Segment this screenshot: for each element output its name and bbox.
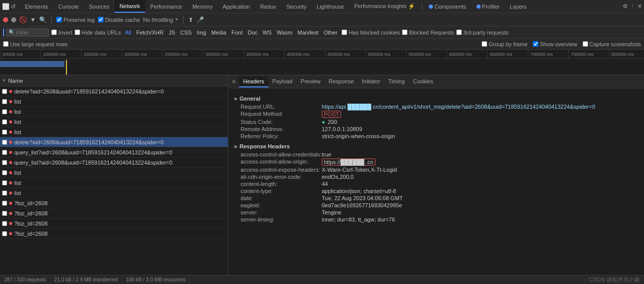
tab-console[interactable]: Console <box>53 0 84 13</box>
request-item-checkbox[interactable] <box>2 160 7 165</box>
request-item-checkbox[interactable] <box>2 231 7 236</box>
tab-lighthouse[interactable]: Lighthouse <box>312 0 349 13</box>
tab-profiler[interactable]: Profiler <box>471 0 505 13</box>
timeline-mark: 600000 ms <box>447 50 487 58</box>
request-item[interactable]: delete?aid=2608&uuid=7185916214240404132… <box>0 86 228 97</box>
filter-type-media[interactable]: Media <box>209 29 228 36</box>
record-button[interactable] <box>3 17 8 22</box>
filter-type-img[interactable]: Img <box>195 29 208 36</box>
request-item[interactable]: list <box>0 168 228 178</box>
tab-performance[interactable]: Performance <box>145 0 187 13</box>
request-item[interactable]: delete?aid=2608&uuid=7185916214240404132… <box>0 137 228 147</box>
request-status-dot <box>9 131 12 134</box>
request-item-checkbox[interactable] <box>2 109 7 114</box>
request-item[interactable]: list <box>0 188 228 198</box>
tab-security[interactable]: Security <box>281 0 312 13</box>
throttling-select[interactable]: No throttling ▼ <box>143 17 179 23</box>
filter-type-css[interactable]: CSS <box>178 29 194 36</box>
upload-icon[interactable]: ⬆ <box>188 16 193 23</box>
request-item[interactable]: query_list?aid=2608&uuid=718591621424040… <box>0 157 228 168</box>
tab-layers[interactable]: Layers <box>504 0 531 13</box>
detail-tab-cookies[interactable]: Cookies <box>409 76 437 86</box>
request-item-checkbox[interactable] <box>2 130 7 135</box>
request-item[interactable]: query_list?aid=2608&uuid=718591621424040… <box>0 147 228 157</box>
tab-perf-insights[interactable]: Performance insights ⚡ <box>349 0 420 13</box>
tab-elements[interactable]: Elements <box>20 0 53 13</box>
general-section-header[interactable]: ▶ General <box>234 96 638 102</box>
search-icon[interactable]: 🔍 <box>39 16 47 23</box>
detail-tab-payload[interactable]: Payload <box>268 76 297 86</box>
tab-network[interactable]: Network <box>115 0 145 13</box>
request-item-checkbox[interactable] <box>2 89 7 94</box>
request-item[interactable]: ?biz_id=2608 <box>0 208 228 218</box>
request-item-checkbox[interactable] <box>2 170 7 175</box>
show-overview-checkbox[interactable]: Show overview <box>533 41 578 47</box>
request-item[interactable]: list <box>0 127 228 137</box>
request-list-header[interactable]: ▼ Name <box>0 75 228 86</box>
response-headers-section-header[interactable]: ▶ Response Headers <box>234 143 638 149</box>
refresh-icon[interactable]: ↺ <box>11 3 16 10</box>
disable-cache-checkbox[interactable]: Disable cache <box>98 17 140 23</box>
use-large-rows-checkbox[interactable]: Use large request rows <box>3 41 67 47</box>
request-status-dot <box>9 212 12 215</box>
more-icon[interactable]: ⋮ <box>630 3 635 10</box>
request-item[interactable]: list <box>0 178 228 188</box>
request-item-checkbox[interactable] <box>2 201 7 206</box>
filter-type-manifest[interactable]: Manifest <box>295 29 321 36</box>
request-item-checkbox[interactable] <box>2 99 7 104</box>
close-icon[interactable]: ✕ <box>637 3 642 10</box>
request-item-checkbox[interactable] <box>2 191 7 196</box>
timeline-bar-area[interactable] <box>0 59 644 74</box>
preserve-log-checkbox[interactable]: Preserve log <box>56 17 95 23</box>
request-item-checkbox[interactable] <box>2 211 7 216</box>
filter-type-other[interactable]: Other <box>322 29 340 36</box>
detail-tab-headers[interactable]: Headers <box>239 76 268 87</box>
group-by-frame-checkbox[interactable]: Group by frame <box>482 41 527 47</box>
stop-button[interactable] <box>11 17 16 22</box>
has-blocked-cookies-checkbox[interactable]: Has blocked cookies <box>342 29 400 36</box>
tab-components[interactable]: Components <box>424 0 471 13</box>
tab-sources[interactable]: Sources <box>84 0 114 13</box>
hide-data-urls-checkbox[interactable]: Hide data URLs <box>75 29 121 36</box>
detail-close-button[interactable]: ✕ <box>229 78 239 85</box>
filter-type-js[interactable]: JS <box>166 29 177 36</box>
detail-tab-response[interactable]: Response <box>324 76 358 86</box>
request-item-checkbox[interactable] <box>2 119 7 124</box>
request-item[interactable]: list <box>0 117 228 127</box>
request-item-checkbox[interactable] <box>2 150 7 155</box>
blocked-requests-checkbox[interactable]: Blocked Requests <box>402 29 454 36</box>
filter-type-fetch/xhr[interactable]: Fetch/XHR <box>134 29 165 36</box>
filter-type-wasm[interactable]: Wasm <box>275 29 294 36</box>
settings-icon[interactable]: ⚙ <box>623 3 628 10</box>
request-item[interactable]: ?biz_id=2608 <box>0 229 228 239</box>
detail-tab-preview[interactable]: Preview <box>296 76 324 86</box>
request-item[interactable]: ?biz_id=2608 <box>0 198 228 208</box>
third-party-checkbox[interactable]: 3rd-party requests <box>456 29 509 36</box>
request-item-checkbox[interactable] <box>2 140 7 145</box>
request-status-dot <box>9 222 12 225</box>
request-item-checkbox[interactable] <box>2 221 7 226</box>
tab-memory[interactable]: Memory <box>187 0 218 13</box>
request-item[interactable]: ?biz_id=2608 <box>0 218 228 229</box>
tab-application[interactable]: Application <box>218 0 255 13</box>
filter-input[interactable] <box>16 29 47 36</box>
request-item-checkbox[interactable] <box>2 180 7 185</box>
invert-checkbox[interactable]: Invert <box>51 29 73 36</box>
device-icon[interactable]: ⬜ <box>2 3 10 10</box>
filter-bar: 🔍 Invert Hide data URLs AllFetch/XHRJSCS… <box>0 26 644 39</box>
filter-input-wrap[interactable]: 🔍 <box>6 28 49 37</box>
filter-type-doc[interactable]: Doc <box>246 29 260 36</box>
timeline-area: 50000 ms100000 ms150000 ms200000 ms25000… <box>0 50 644 75</box>
filter-type-ws[interactable]: WS <box>261 29 274 36</box>
filter-icon[interactable]: ▼ <box>30 16 36 23</box>
request-item[interactable]: list <box>0 97 228 107</box>
filter-type-all[interactable]: All <box>123 29 133 36</box>
capture-screenshots-checkbox[interactable]: Capture screenshots <box>583 41 641 47</box>
detail-tab-timing[interactable]: Timing <box>384 76 409 86</box>
download-icon[interactable]: 🎤 <box>196 16 204 23</box>
tab-redux[interactable]: Redux <box>255 0 281 13</box>
request-item[interactable]: list <box>0 107 228 117</box>
filter-type-font[interactable]: Font <box>229 29 245 36</box>
clear-icon[interactable]: 🚫 <box>19 16 27 23</box>
detail-tab-initiator[interactable]: Initiator <box>358 76 384 86</box>
